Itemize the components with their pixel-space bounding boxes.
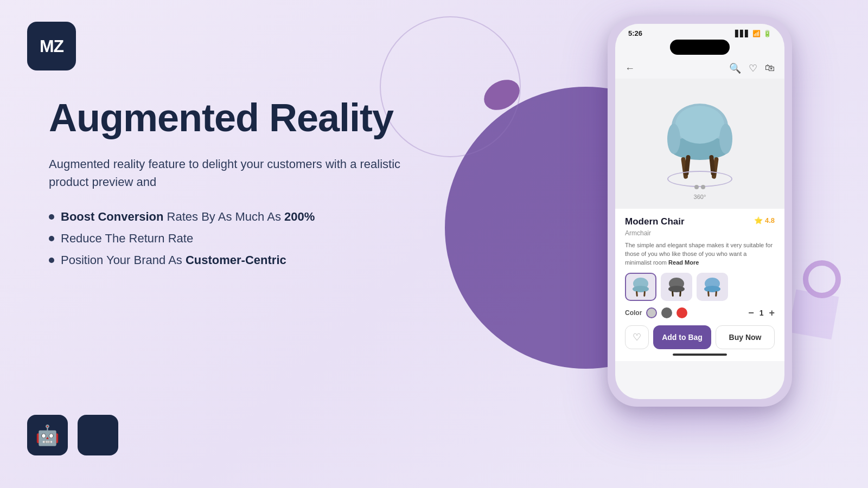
heart-icon[interactable]: ♡ — [749, 62, 757, 74]
ar-dot — [694, 185, 699, 189]
ar-dot — [701, 185, 705, 189]
phone-inner: 5:26 ▋▋▋ 📶 🔋 ← 🔍 ♡ 🛍 — [615, 24, 784, 399]
action-buttons: ♡ Add to Bag Buy Now — [625, 325, 775, 349]
boost-conversion-bold: Boost Conversion — [61, 210, 163, 223]
thumbnail-chair-3 — [700, 275, 724, 299]
svg-point-8 — [719, 124, 732, 154]
bullet-text-3: Position Your Brand As Customer-Centric — [61, 253, 286, 267]
list-item: Boost Conversion Rates By As Much As 200… — [49, 210, 418, 224]
search-icon[interactable]: 🔍 — [729, 62, 741, 74]
svg-point-7 — [667, 124, 680, 154]
status-time: 5:26 — [628, 29, 642, 37]
product-description: The simple and elegant shape makes it ve… — [625, 241, 775, 267]
battery-icon: 🔋 — [763, 30, 771, 37]
bullet-text-2: Reduce The Return Rate — [61, 232, 193, 246]
product-name: Modern Chair — [625, 216, 685, 227]
bullet-dot — [49, 236, 54, 241]
product-category: Armchair — [625, 229, 775, 237]
deco-rect-right — [789, 290, 839, 340]
svg-point-18 — [704, 286, 720, 292]
color-option-red[interactable] — [676, 307, 687, 318]
bullet-text-1: Boost Conversion Rates By As Much As 200… — [61, 210, 315, 224]
customer-centric-bold: Customer-Centric — [186, 253, 286, 267]
list-item: Reduce The Return Rate — [49, 232, 418, 246]
svg-point-2 — [675, 106, 724, 144]
product-rating: ⭐ 4.8 — [754, 216, 775, 224]
android-button[interactable]: 🤖 — [27, 415, 68, 455]
home-indicator — [673, 354, 727, 356]
list-item: Position Your Brand As Customer-Centric — [49, 253, 418, 267]
color-section: Color — [625, 307, 687, 318]
product-thumbnails — [625, 273, 775, 301]
color-label: Color — [625, 309, 642, 317]
bullet-dot — [49, 214, 54, 220]
thumbnail-2[interactable] — [661, 273, 692, 301]
thumbnail-chair-2 — [665, 275, 688, 299]
signal-icon: ▋▋▋ — [735, 30, 750, 37]
star-icon: ⭐ — [754, 216, 763, 224]
android-icon: 🤖 — [35, 424, 60, 447]
back-icon[interactable]: ← — [625, 63, 635, 74]
color-qty-row: Color − 1 + — [625, 307, 775, 319]
add-to-bag-label: Add to Bag — [662, 333, 703, 342]
nav-icons-right: 🔍 ♡ 🛍 — [729, 62, 775, 74]
heart-wishlist-icon: ♡ — [633, 331, 641, 343]
color-option-gray[interactable] — [646, 307, 657, 318]
ios-button[interactable] — [78, 415, 118, 455]
quantity-value: 1 — [760, 309, 764, 317]
feature-list: Boost Conversion Rates By As Much As 200… — [49, 210, 418, 267]
app-logo[interactable]: MZ — [27, 22, 76, 70]
product-image-area: 360° — [615, 79, 784, 209]
color-option-dark[interactable] — [661, 307, 672, 318]
svg-point-10 — [633, 286, 649, 292]
add-to-bag-button[interactable]: Add to Bag — [653, 325, 711, 349]
status-bar: 5:26 ▋▋▋ 📶 🔋 — [615, 24, 784, 40]
dynamic-island — [670, 40, 730, 55]
bullet-dot — [49, 258, 54, 263]
deco-ring-right — [803, 260, 841, 298]
content-left: Augmented Reality Augmented reality feat… — [49, 98, 418, 294]
quantity-section: − 1 + — [748, 307, 775, 319]
boost-conversion-text: Rates By As Much As — [167, 210, 284, 223]
rating-value: 4.8 — [765, 216, 775, 224]
platform-buttons: 🤖 — [27, 415, 118, 455]
position-text: Position Your Brand As — [61, 253, 186, 267]
read-more-link[interactable]: Read More — [668, 259, 699, 266]
thumbnail-chair-1 — [629, 275, 653, 299]
svg-point-14 — [668, 286, 685, 292]
quantity-decrease-button[interactable]: − — [748, 307, 754, 319]
product-header: Modern Chair ⭐ 4.8 — [625, 216, 775, 227]
hero-subtitle: Augmented reality feature to delight you… — [49, 155, 418, 191]
status-icons: ▋▋▋ 📶 🔋 — [735, 30, 771, 37]
phone-mockup: 5:26 ▋▋▋ 📶 🔋 ← 🔍 ♡ 🛍 — [608, 16, 792, 407]
quantity-increase-button[interactable]: + — [769, 307, 775, 319]
thumbnail-3[interactable] — [697, 273, 728, 301]
buy-now-button[interactable]: Buy Now — [716, 325, 775, 349]
bag-icon[interactable]: 🛍 — [765, 62, 775, 74]
ar-controls — [694, 185, 705, 189]
thumbnail-1[interactable] — [625, 273, 656, 301]
product-info: Modern Chair ⭐ 4.8 Armchair The simple a… — [615, 209, 784, 361]
wishlist-button[interactable]: ♡ — [625, 325, 649, 349]
wifi-icon: 📶 — [752, 30, 761, 37]
buy-now-label: Buy Now — [729, 333, 762, 342]
page-title: Augmented Reality — [49, 98, 418, 139]
boost-percent-bold: 200% — [284, 210, 315, 223]
phone-frame: 5:26 ▋▋▋ 📶 🔋 ← 🔍 ♡ 🛍 — [608, 16, 792, 407]
nav-bar: ← 🔍 ♡ 🛍 — [615, 59, 784, 79]
logo-text: MZ — [40, 37, 63, 55]
ar-360-label: 360° — [694, 194, 706, 200]
